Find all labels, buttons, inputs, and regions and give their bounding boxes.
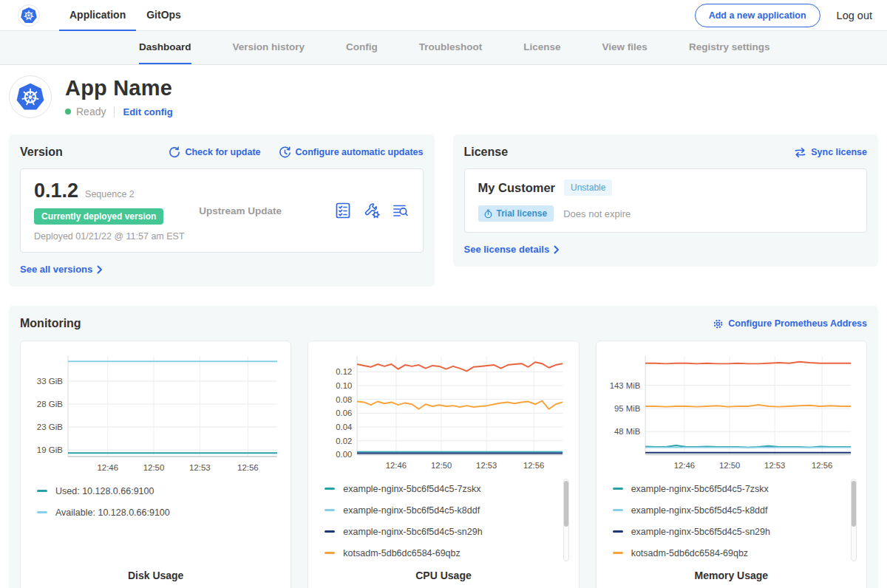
- legend-scrollbar-thumb[interactable]: [852, 481, 856, 527]
- legend-label: example-nginx-5bc6f5d4c5-k8ddf: [631, 505, 768, 516]
- app-avatar: [9, 75, 52, 118]
- chart-legend: Used: 10.128.0.66:9100Available: 10.128.…: [37, 480, 283, 564]
- subnav-tab-dashboard[interactable]: Dashboard: [139, 31, 191, 64]
- legend-color-dash: [324, 488, 335, 490]
- legend-item: example-nginx-5bc6f5d4c5-7zskx: [324, 478, 571, 499]
- kubernetes-app-icon: [16, 82, 45, 112]
- chevron-right-icon: [554, 245, 560, 254]
- line-chart: 19 GiB23 GiB28 GiB33 GiB12:4612:5012:531…: [28, 350, 283, 476]
- version-card-title: Version: [20, 146, 63, 159]
- svg-text:95 MiB: 95 MiB: [614, 404, 640, 413]
- legend-color-dash: [324, 552, 335, 554]
- legend-label: kotsadm-5db6dc6584-69qbz: [343, 548, 460, 558]
- line-chart: 48 MiB95 MiB143 MiB12:4612:5012:5312:56: [604, 350, 859, 474]
- license-card: License Sync license My Customer Unstabl…: [453, 134, 879, 267]
- sync-arrows-icon: [794, 147, 806, 158]
- version-source-label: Upstream Update: [199, 205, 333, 216]
- license-card-title: License: [464, 146, 509, 159]
- see-all-versions-link[interactable]: See all versions: [20, 264, 103, 275]
- legend-item: example-nginx-5bc6f5d4c5-sn29h: [324, 521, 571, 542]
- chart-card-cpu-usage: 0.000.020.040.060.080.100.1212:4612:5012…: [307, 341, 579, 588]
- trial-license-badge: Trial license: [478, 205, 554, 222]
- channel-badge: Unstable: [564, 180, 612, 196]
- clock-refresh-icon: [279, 146, 291, 159]
- chart-card-disk-usage: 19 GiB23 GiB28 GiB33 GiB12:4612:5012:531…: [20, 341, 291, 588]
- svg-text:0.10: 0.10: [336, 381, 353, 390]
- legend-color-dash: [37, 490, 47, 492]
- add-new-application-button[interactable]: Add a new application: [695, 4, 820, 27]
- svg-text:0.02: 0.02: [336, 437, 353, 445]
- chart-title: Memory Usage: [604, 564, 859, 588]
- divider: [114, 106, 115, 117]
- svg-text:23 GiB: 23 GiB: [37, 423, 63, 431]
- svg-text:28 GiB: 28 GiB: [37, 400, 63, 408]
- currently-deployed-badge: Currently deployed version: [34, 208, 163, 225]
- check-for-update-link[interactable]: Check for update: [169, 146, 260, 158]
- configure-prometheus-link[interactable]: Configure Prometheus Address: [713, 318, 867, 329]
- chart-title: Disk Usage: [28, 564, 283, 588]
- subnav-tab-config[interactable]: Config: [346, 31, 378, 64]
- legend-label: Used: 10.128.0.66:9100: [55, 486, 154, 496]
- svg-text:12:46: 12:46: [386, 461, 407, 470]
- status-dot: [65, 109, 71, 114]
- svg-text:12:53: 12:53: [476, 461, 497, 470]
- svg-text:12:50: 12:50: [431, 461, 452, 470]
- legend-scrollbar-track[interactable]: [563, 479, 569, 561]
- line-chart: 0.000.020.040.060.080.100.1212:4612:5012…: [316, 350, 571, 474]
- legend-scrollbar-thumb[interactable]: [564, 481, 568, 527]
- svg-text:143 MiB: 143 MiB: [609, 381, 639, 390]
- subnav-tab-registry-settings[interactable]: Registry settings: [689, 31, 770, 64]
- svg-text:12:56: 12:56: [523, 461, 544, 470]
- legend-item: kotsadm-5db6dc6584-69qbz: [613, 542, 859, 564]
- version-card: Version Check for update Configure autom…: [9, 134, 435, 287]
- legend-label: example-nginx-5bc6f5d4c5-7zskx: [631, 484, 769, 494]
- svg-text:12:46: 12:46: [97, 463, 118, 472]
- legend-label: kotsadm-5db6dc6584-69qbz: [631, 548, 748, 558]
- svg-text:0.04: 0.04: [336, 423, 353, 431]
- view-deploy-logs-icon[interactable]: [392, 202, 409, 219]
- license-expiration: Does not expire: [563, 208, 631, 219]
- svg-text:0.08: 0.08: [336, 395, 353, 404]
- edit-config-link[interactable]: Edit config: [123, 106, 172, 117]
- status-badge: Ready: [76, 106, 106, 117]
- version-number: 0.1.2: [34, 180, 78, 202]
- kubernetes-logo-icon: [20, 7, 38, 24]
- sync-license-link[interactable]: Sync license: [794, 147, 867, 158]
- svg-text:12:50: 12:50: [719, 461, 740, 470]
- legend-item: Used: 10.128.0.66:9100: [37, 480, 283, 502]
- legend-color-dash: [613, 488, 623, 490]
- chart-card-memory-usage: 48 MiB95 MiB143 MiB12:4612:5012:5312:56 …: [596, 341, 867, 588]
- sequence-label: Sequence 2: [85, 189, 135, 199]
- subnav-tab-version-history[interactable]: Version history: [233, 31, 305, 64]
- svg-text:12:53: 12:53: [189, 463, 211, 472]
- legend-item: example-nginx-5bc6f5d4c5-k8ddf: [613, 499, 859, 521]
- nav-tab-gitops[interactable]: GitOps: [136, 0, 191, 31]
- svg-text:0.12: 0.12: [336, 367, 353, 376]
- preflight-checks-icon[interactable]: [334, 202, 352, 219]
- svg-text:0.00: 0.00: [336, 450, 353, 459]
- nav-tab-application[interactable]: Application: [59, 0, 136, 31]
- primary-nav-tabs: ApplicationGitOps: [59, 0, 191, 31]
- subnav-tab-view-files[interactable]: View files: [602, 31, 648, 64]
- app-header: App Name Ready Edit config: [0, 65, 887, 130]
- kubernetes-logo-icon[interactable]: [18, 4, 40, 27]
- svg-text:12:53: 12:53: [764, 461, 785, 470]
- configure-automatic-updates-link[interactable]: Configure automatic updates: [279, 146, 424, 159]
- subnav-tab-troubleshoot[interactable]: Troubleshoot: [419, 31, 483, 64]
- svg-text:12:46: 12:46: [673, 461, 694, 470]
- legend-item: Available: 10.128.0.66:9100: [37, 502, 283, 523]
- subnav-tab-license[interactable]: License: [523, 31, 560, 64]
- page-title: App Name: [65, 76, 173, 100]
- legend-item: example-nginx-5bc6f5d4c5-sn29h: [613, 521, 859, 542]
- legend-color-dash: [613, 552, 623, 554]
- chart-title: CPU Usage: [316, 564, 571, 588]
- svg-text:0.06: 0.06: [336, 408, 353, 417]
- legend-label: Available: 10.128.0.66:9100: [55, 507, 170, 518]
- edit-config-wrench-icon[interactable]: [363, 202, 381, 219]
- customer-name: My Customer: [478, 181, 556, 195]
- legend-scrollbar-track[interactable]: [851, 479, 857, 561]
- legend-label: example-nginx-5bc6f5d4c5-7zskx: [343, 484, 480, 494]
- legend-item: kotsadm-5db6dc6584-69qbz: [324, 542, 571, 564]
- log-out-link[interactable]: Log out: [837, 10, 872, 21]
- see-license-details-link[interactable]: See license details: [464, 244, 560, 255]
